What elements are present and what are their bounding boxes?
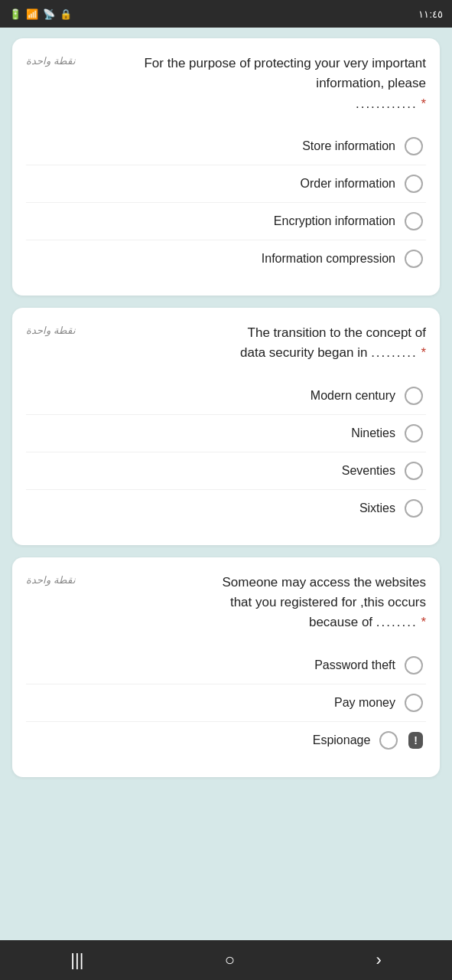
bottom-nav: ||| ○ ›	[0, 940, 452, 980]
options-list-3: Password theft Pay money Espionage !	[26, 647, 426, 759]
question-card-2: نقطة واحدة The transition to the concept…	[12, 308, 440, 545]
signal-icon: 📶	[26, 8, 38, 20]
radio-q2o4[interactable]	[405, 499, 423, 518]
option-q3-pay-money[interactable]: Pay money	[26, 684, 426, 722]
wifi-icon: 📡	[43, 8, 55, 20]
options-list-1: Store information Order information Encr…	[26, 128, 426, 277]
option-q3-espionage[interactable]: Espionage !	[26, 722, 426, 759]
radio-q1o2[interactable]	[405, 175, 423, 193]
radio-q2o1[interactable]	[405, 387, 423, 405]
question-card-3: نقطة واحدة Someone may access the websit…	[12, 557, 440, 777]
feedback-badge: !	[408, 732, 423, 749]
nav-forward-button[interactable]: ›	[357, 944, 399, 976]
radio-q3o3[interactable]	[379, 731, 398, 750]
radio-q1o3[interactable]	[405, 212, 423, 230]
main-content: نقطة واحدة For the purpose of protecting…	[0, 28, 452, 940]
status-icons: 🔋 📶 📡 🔒	[9, 8, 72, 20]
status-bar: 🔋 📶 📡 🔒 ١١:٤٥	[0, 0, 452, 28]
question-text-3: Someone may access the websites that you…	[83, 573, 426, 633]
radio-q3o2[interactable]	[405, 694, 423, 712]
question-text-2: The transition to the concept of * .....…	[83, 323, 426, 364]
option-q3-password-theft[interactable]: Password theft	[26, 647, 426, 684]
option-q1-store-information[interactable]: Store information	[26, 128, 426, 165]
radio-q3o1[interactable]	[405, 656, 423, 675]
points-label-3: نقطة واحدة	[26, 574, 76, 586]
question-text-1: For the purpose of protecting your very …	[83, 54, 426, 114]
option-q1-information-compression[interactable]: Information compression	[26, 240, 426, 277]
option-q1-encryption-information[interactable]: Encryption information	[26, 203, 426, 240]
options-list-2: Modern century Nineties Seventies Sixtie…	[26, 377, 426, 527]
radio-q1o4[interactable]	[405, 250, 423, 268]
question-card-1: نقطة واحدة For the purpose of protecting…	[12, 38, 440, 296]
radio-q2o3[interactable]	[405, 462, 423, 480]
radio-q2o2[interactable]	[405, 424, 423, 443]
option-q1-order-information[interactable]: Order information	[26, 165, 426, 203]
question-header-3: نقطة واحدة Someone may access the websit…	[26, 573, 426, 633]
points-label-2: نقطة واحدة	[26, 325, 76, 336]
nav-home-button[interactable]: ○	[206, 944, 253, 976]
lock-icon: 🔒	[60, 8, 72, 20]
battery-icon: 🔋	[9, 8, 21, 20]
status-time: ١١:٤٥	[418, 8, 443, 20]
radio-q1o1[interactable]	[405, 137, 423, 155]
option-q2-seventies[interactable]: Seventies	[26, 452, 426, 490]
option-q2-sixties[interactable]: Sixties	[26, 490, 426, 527]
nav-back-button[interactable]: |||	[52, 944, 102, 976]
question-header-1: نقطة واحدة For the purpose of protecting…	[26, 54, 426, 114]
option-q2-nineties[interactable]: Nineties	[26, 415, 426, 452]
question-header-2: نقطة واحدة The transition to the concept…	[26, 323, 426, 364]
option-q2-modern-century[interactable]: Modern century	[26, 377, 426, 415]
points-label-1: نقطة واحدة	[26, 55, 76, 67]
